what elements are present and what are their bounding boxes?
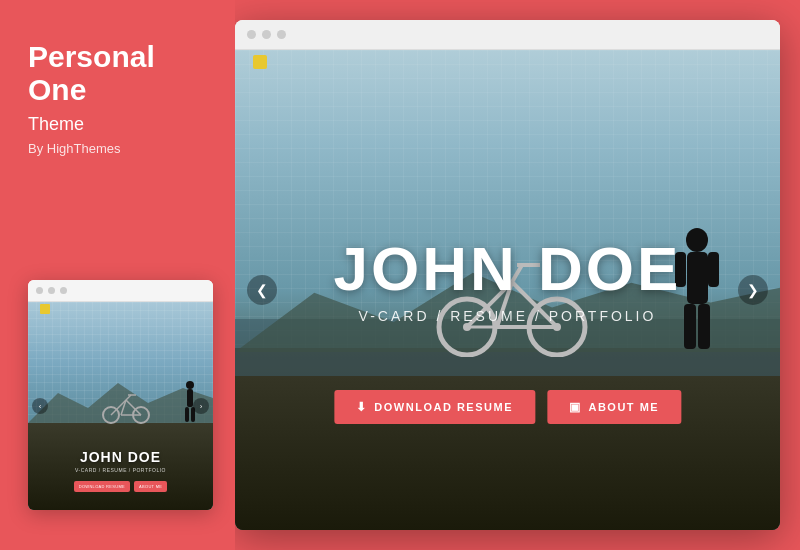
large-dot-3	[277, 30, 286, 39]
large-favicon-icon	[253, 55, 267, 69]
svg-rect-3	[185, 407, 189, 422]
svg-rect-18	[684, 304, 696, 349]
small-dot-3	[60, 287, 67, 294]
large-arrow-right[interactable]: ❯	[738, 275, 768, 305]
svg-point-1	[186, 381, 194, 389]
large-cta-buttons: ⬇ DOWNLOAD RESUME ▣ ABOUT ME	[334, 390, 681, 424]
small-hero-tagline: V-CARD / RESUME / PORTFOLIO	[75, 467, 166, 473]
small-favicon-icon	[40, 304, 50, 314]
large-titlebar	[235, 20, 780, 50]
about-button-label: ABOUT ME	[588, 401, 659, 413]
small-dot-1	[36, 287, 43, 294]
small-arrow-right[interactable]: ›	[193, 398, 209, 414]
theme-subtitle: Theme	[28, 114, 207, 135]
small-preview-card: JOHN DOE V-CARD / RESUME / PORTFOLIO DOW…	[28, 280, 213, 510]
small-arrow-left[interactable]: ‹	[32, 398, 48, 414]
large-download-button[interactable]: ⬇ DOWNLOAD RESUME	[334, 390, 535, 424]
small-download-button[interactable]: DOWNLOAD RESUME	[74, 481, 130, 492]
small-buttons: DOWNLOAD RESUME ABOUT ME	[74, 481, 168, 492]
large-preview-content: JOHN DOE V-CARD / RESUME / PORTFOLIO ⬇ D…	[235, 50, 780, 530]
large-dot-1	[247, 30, 256, 39]
svg-rect-17	[708, 252, 719, 287]
svg-rect-19	[698, 304, 710, 349]
download-button-label: DOWNLOAD RESUME	[374, 401, 513, 413]
title-line1: Personal	[28, 40, 155, 73]
large-about-button[interactable]: ▣ ABOUT ME	[547, 390, 681, 424]
small-preview-content: JOHN DOE V-CARD / RESUME / PORTFOLIO DOW…	[28, 302, 213, 510]
small-hero-name: JOHN DOE	[75, 449, 166, 465]
large-hero-text: JOHN DOE V-CARD / RESUME / PORTFOLIO	[334, 238, 682, 324]
small-about-button[interactable]: ABOUT ME	[134, 481, 167, 492]
svg-point-14	[686, 228, 708, 252]
theme-title: Personal One	[28, 40, 207, 106]
small-bicycle-svg	[101, 390, 151, 425]
about-icon: ▣	[569, 400, 582, 414]
theme-author: By HighThemes	[28, 141, 207, 156]
large-preview-card: JOHN DOE V-CARD / RESUME / PORTFOLIO ⬇ D…	[235, 20, 780, 530]
large-hero-name: JOHN DOE	[334, 238, 682, 300]
small-hero-text: JOHN DOE V-CARD / RESUME / PORTFOLIO	[75, 449, 166, 473]
large-dot-2	[262, 30, 271, 39]
left-panel: Personal One Theme By HighThemes	[0, 0, 235, 550]
large-hero-tagline: V-CARD / RESUME / PORTFOLIO	[334, 308, 682, 324]
small-titlebar	[28, 280, 213, 302]
download-icon: ⬇	[356, 400, 368, 414]
large-arrow-left[interactable]: ❮	[247, 275, 277, 305]
small-dot-2	[48, 287, 55, 294]
title-line2: One	[28, 73, 86, 106]
svg-rect-15	[687, 252, 708, 304]
